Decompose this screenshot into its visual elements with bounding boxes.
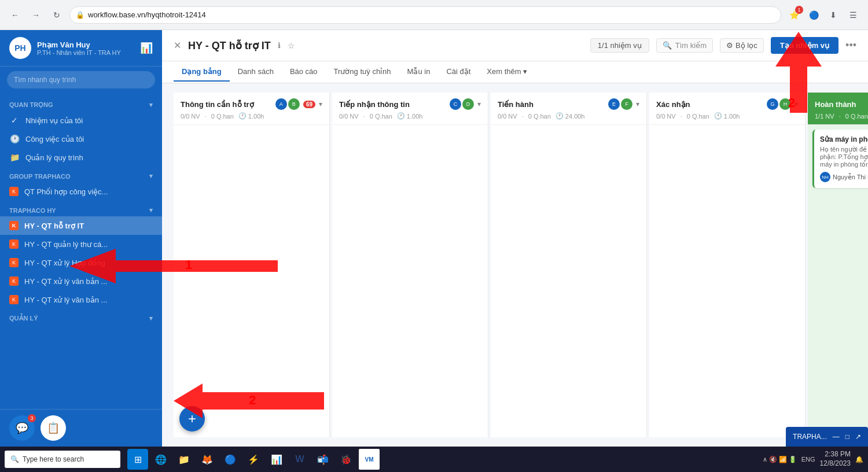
sidebar-footer: 💬 3 📋 [0, 409, 162, 447]
avatar-2: D [462, 98, 474, 110]
sidebar-item-xu-ly-hop[interactable]: K HY - QT xử lý Hợp đồng [0, 253, 162, 272]
clock-icon: 🕐 [556, 112, 564, 120]
sidebar-item-label: Nhiệm vụ của tôi [25, 116, 83, 125]
sidebar-item-quan-ly-thu[interactable]: K HY - QT quản lý thư cá... [0, 235, 162, 253]
col-chevron-icon[interactable]: ▾ [319, 100, 322, 108]
forward-button[interactable]: → [28, 7, 44, 23]
trapha-label: TRAPHA... [793, 433, 827, 441]
sidebar-item-phoi-hop[interactable]: K QT Phối hợp công việc... [0, 182, 162, 201]
tab-cai-dat[interactable]: Cài đặt [438, 62, 479, 82]
analytics-icon[interactable]: 📊 [140, 42, 153, 54]
task-card[interactable]: Sửa máy in phòng tổng hợ... Họ tên người… [812, 130, 868, 188]
search-box[interactable]: 🔍 Tìm kiếm [656, 38, 713, 53]
tab-mau-in[interactable]: Mẫu in [399, 62, 439, 82]
sidebar-body: QUAN TRỌNG ▾ ✓ Nhiệm vụ của tôi 🕐 Công v… [0, 93, 162, 409]
trapha-bar[interactable]: TRAPHA... — □ ↗ [786, 427, 868, 447]
col-chevron-icon[interactable]: ▾ [636, 100, 639, 108]
sidebar-item-xu-ly-van2[interactable]: K HY - QT xử lý văn bản ... [0, 290, 162, 309]
tab-dang-bang[interactable]: Dạng bảng [174, 62, 230, 82]
taskbar-icon-app6[interactable]: VM [359, 449, 380, 470]
workflow-icon-k: K [9, 187, 19, 196]
column-title: Hoàn thành [815, 100, 868, 109]
taskbar-icon-app2[interactable]: 📊 [266, 449, 287, 470]
sidebar-item-label: HY - QT xử lý Hợp đồng [24, 259, 105, 267]
menu-button[interactable]: ☰ [845, 7, 861, 23]
chat-button[interactable]: 💬 3 [9, 415, 35, 441]
avatar-2: H [779, 98, 791, 110]
taskbar-icon-folder[interactable]: 📁 [174, 449, 194, 470]
search-input[interactable] [7, 71, 155, 89]
refresh-button[interactable]: ↻ [49, 7, 65, 23]
create-task-button[interactable]: Tạo nhiệm vụ [771, 37, 838, 54]
profile-button[interactable]: 🔵 [806, 7, 822, 23]
external-icon[interactable]: ↗ [855, 433, 861, 441]
column-meta: 0/0 NV · 0 Q.han 🕐 1.00h [656, 112, 798, 120]
filter-button[interactable]: ⚙ Bộ lọc [720, 38, 764, 53]
avatar-1: G [767, 98, 778, 110]
filter-icon: ⚙ [726, 41, 733, 50]
tab-truong-tuy-chinh[interactable]: Trường tuỳ chỉnh [326, 62, 399, 82]
notification-badge: 1 [795, 6, 803, 14]
sidebar-item-xu-ly-van1[interactable]: K HY - QT xử lý văn bản ... [0, 272, 162, 290]
tab-bao-cao[interactable]: Báo cáo [282, 62, 326, 82]
meta-time: 🕐 1.00h [714, 112, 740, 120]
info-icon[interactable]: ℹ [278, 41, 281, 50]
assignee-name: Nguyễn Thi Hoat [833, 174, 868, 181]
sub-nav: Dạng bảng Danh sách Báo cáo Trường tuỳ c… [162, 61, 868, 83]
workflow-icon-k5: K [9, 276, 19, 286]
more-options-button[interactable]: ••• [845, 39, 856, 51]
taskbar-icon-app5[interactable]: 🐞 [336, 449, 356, 470]
minimize-icon[interactable]: — [833, 433, 840, 441]
task-card-dept: phận: P.Tổng hợp - Nội dung cần [820, 153, 868, 161]
app-container: PH Phạm Văn Huy P.TH - Nhân viên IT - TR… [0, 30, 868, 447]
sidebar-item-label: Công việc của tôi [25, 135, 84, 143]
clock-icon: 🕐 [9, 134, 20, 143]
sidebar-item-label: HY - QT xử lý văn bản ... [24, 277, 107, 286]
taskbar-icon-firefox[interactable]: 🦊 [197, 449, 218, 470]
browser-actions: ⭐ 1 🔵 ⬇ ☰ [786, 7, 861, 23]
back-button[interactable]: ← [7, 7, 23, 23]
task-card-submitter: Họ tên người đề xuất: Nguyễn T [820, 146, 868, 153]
column-meta: 0/0 NV · 0 Q.han 🕐 1.00h [181, 112, 322, 120]
column-body-tien-hanh [491, 125, 646, 437]
star-icon[interactable]: ☆ [288, 41, 295, 50]
taskbar-icon-app3[interactable]: W [289, 449, 310, 470]
taskbar-icon-app4[interactable]: 📬 [312, 449, 333, 470]
col-chevron-icon[interactable]: ▾ [477, 100, 481, 108]
sidebar-item-nhiem-vu[interactable]: ✓ Nhiệm vụ của tôi [0, 111, 162, 130]
workflow-icon-k6: K [9, 295, 19, 304]
taskbar-icon-grid[interactable]: ⊞ [127, 449, 148, 470]
clock-icon: 🕐 [397, 112, 405, 120]
folder-icon: 📁 [9, 153, 20, 162]
task-card-title: Sửa máy in phòng tổng hợ... [820, 135, 868, 143]
taskbar-icon-chrome[interactable]: 🔵 [220, 449, 241, 470]
col-chevron-icon[interactable]: ▾ [795, 100, 798, 108]
tab-xem-them[interactable]: Xem thêm ▾ [479, 62, 535, 82]
sidebar-item-cong-viec[interactable]: 🕐 Công việc của tôi [0, 130, 162, 148]
column-tiep-nhan: Tiếp nhận thông tin C D ▾ 0/0 NV · 0 Q.h… [332, 93, 488, 437]
chevron-down-icon: ▾ [149, 315, 153, 322]
main-content: ✕ HY - QT hỗ trợ IT ℹ ☆ 1/1 nhiệm vụ 🔍 T… [162, 30, 868, 447]
chat-badge: 3 [28, 414, 36, 422]
sidebar-item-ho-tro-it[interactable]: K HY - QT hỗ trợ IT [0, 216, 162, 235]
sys-icons: ∧ 🔇 📶 🔋 [763, 456, 797, 463]
download-button[interactable]: ⬇ [825, 7, 841, 23]
task-button[interactable]: 📋 [41, 415, 66, 441]
add-task-fab[interactable]: + [179, 406, 205, 432]
sidebar-search[interactable] [0, 67, 162, 93]
sidebar-item-label: Quản lý quy trình [25, 153, 83, 162]
taskbar-sys: ∧ 🔇 📶 🔋 ENG 2:38 PM 12/8/2023 🔔 [763, 450, 863, 468]
clock-icon: 🕐 [714, 112, 722, 120]
tab-danh-sach[interactable]: Danh sách [230, 62, 282, 82]
sidebar-item-quan-ly[interactable]: 📁 Quản lý quy trình [0, 148, 162, 167]
top-bar: ✕ HY - QT hỗ trợ IT ℹ ☆ 1/1 nhiệm vụ 🔍 T… [162, 30, 868, 61]
address-bar[interactable]: 🔒 workflow.base.vn/hyqthotroit-12414 [69, 6, 781, 24]
extensions-button[interactable]: ⭐ 1 [786, 7, 802, 23]
notification-icon[interactable]: 🔔 [855, 456, 863, 463]
taskbar-icon-app1[interactable]: ⚡ [243, 449, 264, 470]
column-meta: 1/1 NV · 0 Q.han 🕐 1.00h [815, 112, 868, 120]
task-count-button[interactable]: 1/1 nhiệm vụ [590, 38, 649, 53]
taskbar-search[interactable]: 🔍 Type here to search [5, 451, 120, 468]
taskbar-icon-edge[interactable]: 🌐 [150, 449, 171, 470]
restore-icon[interactable]: □ [845, 433, 849, 441]
